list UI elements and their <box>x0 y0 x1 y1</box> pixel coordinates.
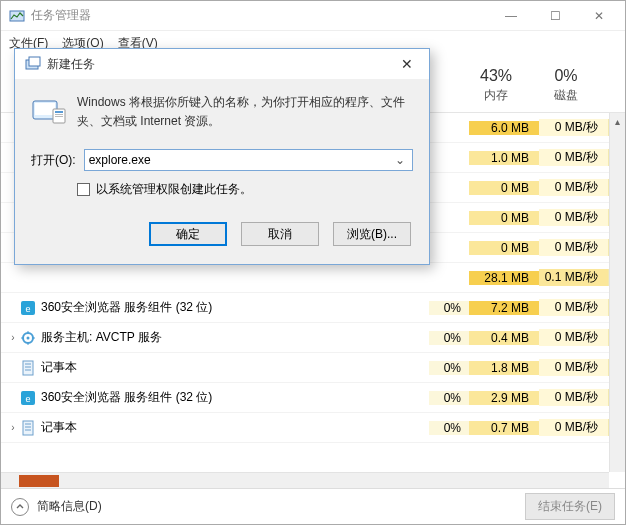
expand-icon[interactable]: › <box>1 422 19 433</box>
end-task-button[interactable]: 结束任务(E) <box>525 493 615 520</box>
minimize-button[interactable]: — <box>489 2 533 30</box>
disk-cell: 0 MB/秒 <box>539 419 609 436</box>
disk-cell: 0 MB/秒 <box>539 209 609 226</box>
admin-checkbox[interactable] <box>77 183 90 196</box>
table-row[interactable]: 28.1 MB0.1 MB/秒 <box>1 263 625 293</box>
memory-cell: 0 MB <box>469 241 539 255</box>
table-row[interactable]: e360安全浏览器 服务组件 (32 位)0%2.9 MB0 MB/秒 <box>1 383 625 413</box>
svg-rect-15 <box>23 421 33 435</box>
memory-cell: 2.9 MB <box>469 391 539 405</box>
footer-bar: 简略信息(D) 结束任务(E) <box>1 488 625 524</box>
process-icon <box>19 330 37 346</box>
process-icon: e <box>19 390 37 406</box>
process-icon <box>19 360 37 376</box>
svg-rect-20 <box>29 57 40 66</box>
memory-percent: 43% <box>461 67 531 85</box>
dialog-description: Windows 将根据你所键入的名称，为你打开相应的程序、文件夹、文档或 Int… <box>77 93 413 131</box>
titlebar: 任务管理器 — ☐ ✕ <box>1 1 625 31</box>
svg-rect-25 <box>55 114 63 115</box>
disk-cell: 0 MB/秒 <box>539 149 609 166</box>
disk-cell: 0 MB/秒 <box>539 299 609 316</box>
cancel-button[interactable]: 取消 <box>241 222 319 246</box>
memory-cell: 0.4 MB <box>469 331 539 345</box>
dialog-close-button[interactable]: ✕ <box>391 52 423 76</box>
memory-cell: 0.7 MB <box>469 421 539 435</box>
memory-label: 内存 <box>461 87 531 104</box>
admin-label: 以系统管理权限创建此任务。 <box>96 181 252 198</box>
memory-cell: 1.8 MB <box>469 361 539 375</box>
table-row[interactable]: 记事本0%1.8 MB0 MB/秒 <box>1 353 625 383</box>
disk-cell: 0 MB/秒 <box>539 179 609 196</box>
table-row[interactable]: ›记事本0%0.7 MB0 MB/秒 <box>1 413 625 443</box>
svg-rect-24 <box>55 111 63 113</box>
disk-cell: 0 MB/秒 <box>539 389 609 406</box>
process-icon <box>19 270 37 286</box>
memory-cell: 0 MB <box>469 181 539 195</box>
fewer-details-label[interactable]: 简略信息(D) <box>37 498 525 515</box>
cpu-cell: 0% <box>429 301 469 315</box>
maximize-button[interactable]: ☐ <box>533 2 577 30</box>
process-name: 服务主机: AVCTP 服务 <box>41 329 429 346</box>
vertical-scrollbar[interactable]: ▴ <box>609 113 625 472</box>
fewer-details-icon[interactable] <box>11 498 29 516</box>
memory-cell: 6.0 MB <box>469 121 539 135</box>
disk-cell: 0 MB/秒 <box>539 239 609 256</box>
close-button[interactable]: ✕ <box>577 2 621 30</box>
svg-point-4 <box>27 336 30 339</box>
disk-label: 磁盘 <box>531 87 601 104</box>
dialog-titlebar: 新建任务 ✕ <box>15 49 429 79</box>
dialog-buttons: 确定 取消 浏览(B)... <box>31 222 413 246</box>
window-title: 任务管理器 <box>31 7 489 24</box>
svg-rect-9 <box>23 361 33 375</box>
memory-cell: 0 MB <box>469 211 539 225</box>
memory-cell: 1.0 MB <box>469 151 539 165</box>
disk-cell: 0.1 MB/秒 <box>539 269 609 286</box>
svg-rect-22 <box>35 103 55 115</box>
chevron-down-icon[interactable]: ⌄ <box>392 153 408 167</box>
dialog-title: 新建任务 <box>47 56 391 73</box>
process-name: 360安全浏览器 服务组件 (32 位) <box>41 389 429 406</box>
process-icon: e <box>19 300 37 316</box>
expand-icon[interactable]: › <box>1 332 19 343</box>
horizontal-scrollbar[interactable] <box>1 472 609 488</box>
process-name: 记事本 <box>41 419 429 436</box>
svg-text:e: e <box>25 304 30 314</box>
memory-cell: 7.2 MB <box>469 301 539 315</box>
process-icon <box>19 420 37 436</box>
scroll-up-icon[interactable]: ▴ <box>610 113 625 129</box>
cpu-cell: 0% <box>429 421 469 435</box>
open-input[interactable] <box>89 153 392 167</box>
cpu-cell: 0% <box>429 331 469 345</box>
column-header-disk[interactable]: 0% 磁盘 <box>531 55 601 112</box>
window-controls: — ☐ ✕ <box>489 2 621 30</box>
svg-rect-26 <box>55 116 63 117</box>
disk-cell: 0 MB/秒 <box>539 359 609 376</box>
process-name: 360安全浏览器 服务组件 (32 位) <box>41 299 429 316</box>
run-icon <box>31 95 67 127</box>
run-dialog: 新建任务 ✕ Windows 将根据你所键入的名称，为你打开相应的程序、文件夹、… <box>14 48 430 265</box>
dialog-body: Windows 将根据你所键入的名称，为你打开相应的程序、文件夹、文档或 Int… <box>15 79 429 264</box>
cpu-cell: 0% <box>429 391 469 405</box>
disk-cell: 0 MB/秒 <box>539 119 609 136</box>
cpu-cell: 0% <box>429 361 469 375</box>
column-header-memory[interactable]: 43% 内存 <box>461 55 531 112</box>
table-row[interactable]: e360安全浏览器 服务组件 (32 位)0%7.2 MB0 MB/秒 <box>1 293 625 323</box>
ok-button[interactable]: 确定 <box>149 222 227 246</box>
table-row[interactable]: ›服务主机: AVCTP 服务0%0.4 MB0 MB/秒 <box>1 323 625 353</box>
taskmgr-icon <box>9 8 25 24</box>
svg-rect-0 <box>10 11 24 21</box>
browse-button[interactable]: 浏览(B)... <box>333 222 411 246</box>
run-dialog-icon <box>25 56 41 72</box>
open-combobox[interactable]: ⌄ <box>84 149 413 171</box>
svg-text:e: e <box>25 394 30 404</box>
open-label: 打开(O): <box>31 152 76 169</box>
memory-cell: 28.1 MB <box>469 271 539 285</box>
scroll-thumb[interactable] <box>19 475 59 487</box>
process-name: 记事本 <box>41 359 429 376</box>
disk-percent: 0% <box>531 67 601 85</box>
disk-cell: 0 MB/秒 <box>539 329 609 346</box>
